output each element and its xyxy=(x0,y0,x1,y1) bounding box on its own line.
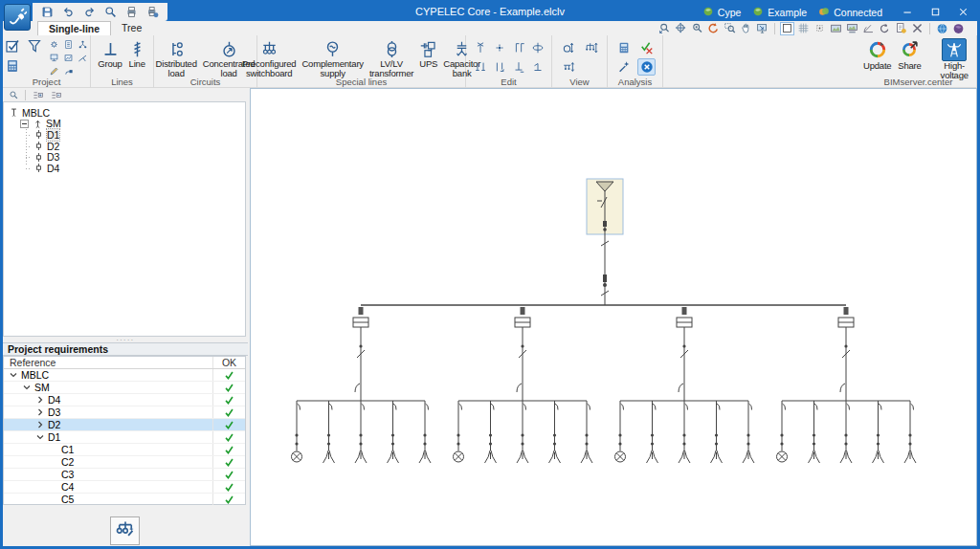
edit-forks-icon[interactable] xyxy=(471,58,489,76)
pan-icon[interactable] xyxy=(739,22,753,35)
view-zoom-tree-icon[interactable] xyxy=(582,39,600,56)
doc-icon[interactable] xyxy=(62,38,76,51)
view-zoom-object-icon[interactable] xyxy=(559,39,577,56)
edit-pin-icon[interactable] xyxy=(490,58,508,76)
monitor-icon[interactable] xyxy=(48,52,61,64)
edit-ground-icon[interactable] xyxy=(509,58,527,76)
tree-expander-icon[interactable] xyxy=(20,120,29,128)
pencil-icon[interactable] xyxy=(48,65,61,77)
titlebar-item-cype[interactable]: Cype xyxy=(702,6,742,19)
tools-x-icon[interactable] xyxy=(910,22,924,35)
zoom-object-icon[interactable] xyxy=(690,22,704,35)
redraw-icon[interactable] xyxy=(706,22,721,35)
requirements-row-c4[interactable]: C4 xyxy=(4,481,245,494)
edit-pins-icon[interactable] xyxy=(509,39,527,56)
requirements-row-d2[interactable]: D2 xyxy=(4,419,245,431)
tree-item-mblc[interactable]: MBLC xyxy=(4,107,245,119)
zoom-extents-icon[interactable] xyxy=(674,22,688,35)
rotate-icon[interactable] xyxy=(878,22,892,35)
titlebar-item-connected[interactable]: Connected xyxy=(818,6,882,19)
wand-icon[interactable] xyxy=(614,58,633,76)
snap-icon[interactable] xyxy=(813,22,827,35)
requirements-row-c2[interactable]: C2 xyxy=(4,456,245,469)
requirements-row-d3[interactable]: D3 xyxy=(4,406,245,419)
edit-tee-icon[interactable] xyxy=(528,58,546,76)
img-icon[interactable] xyxy=(62,52,76,64)
net-icon[interactable] xyxy=(77,38,90,51)
funnel-icon[interactable] xyxy=(25,37,43,55)
expander-open-icon[interactable] xyxy=(23,384,31,391)
requirements-row-c3[interactable]: C3 xyxy=(4,469,245,481)
image-label-icon[interactable] xyxy=(845,22,859,35)
protractor-icon[interactable] xyxy=(861,22,876,35)
tree-expand-icon[interactable] xyxy=(31,89,44,101)
tree-item-sm[interactable]: SM xyxy=(4,119,245,130)
node-switch-icon xyxy=(33,152,44,163)
tasks-check-icon[interactable] xyxy=(3,37,21,55)
ribbon-button-lv-lv-transformer[interactable]: LV/LV transformer xyxy=(367,36,416,80)
tab-single-line[interactable]: Single-line xyxy=(37,21,111,35)
column-reference[interactable]: Reference xyxy=(4,357,212,368)
calculator-icon[interactable] xyxy=(614,39,633,56)
edit-terminal-icon[interactable] xyxy=(471,39,489,56)
view-zoom-bus-icon[interactable] xyxy=(559,58,577,76)
tree-item-d4[interactable]: D4 xyxy=(4,163,245,174)
sheet-icon[interactable] xyxy=(894,22,908,35)
ribbon-button-group[interactable]: Group xyxy=(95,36,124,71)
tree-item-d3[interactable]: D3 xyxy=(4,151,245,163)
tree-item-d2[interactable]: D2 xyxy=(4,141,245,152)
requirements-row-mblc[interactable]: MBLC xyxy=(4,369,245,382)
requirements-row-d1[interactable]: D1 xyxy=(4,431,245,444)
cancel-icon[interactable] xyxy=(637,58,656,76)
ribbon-button-high-voltage[interactable]: High-voltage xyxy=(932,36,976,82)
ribbon-button-update[interactable]: Update xyxy=(860,36,894,73)
edit-spark-icon[interactable] xyxy=(490,39,508,56)
requirements-row-c5[interactable]: C5 xyxy=(4,494,245,506)
bim-update-icon xyxy=(865,38,890,61)
drawing-canvas[interactable] xyxy=(250,88,977,546)
node-root-icon xyxy=(8,107,19,118)
titlebar-item-example[interactable]: Example xyxy=(752,6,807,19)
ribbon-button-share[interactable]: Share xyxy=(894,36,924,73)
requirements-row-sm[interactable]: SM xyxy=(4,382,245,394)
grid-icon[interactable] xyxy=(796,22,811,35)
globe-blue-icon[interactable] xyxy=(935,22,949,35)
edit-loop-icon[interactable] xyxy=(528,39,546,56)
frame-icon[interactable] xyxy=(780,22,794,35)
ups-icon xyxy=(419,38,437,59)
expander-open-icon[interactable] xyxy=(36,433,44,441)
ribbon-button-complementary-supply[interactable]: Complementary supply xyxy=(299,36,366,80)
top-right-toolbar xyxy=(657,21,966,35)
expander-closed-icon[interactable] xyxy=(36,396,44,404)
zoom-window-icon[interactable] xyxy=(723,22,737,35)
tab-tree[interactable]: Tree xyxy=(111,21,152,35)
app-logo-plug-icon[interactable] xyxy=(4,4,31,31)
tree-item-d1[interactable]: D1 xyxy=(4,129,245,141)
column-ok[interactable]: OK xyxy=(212,357,245,368)
close-button[interactable] xyxy=(949,3,977,21)
gear-icon[interactable] xyxy=(48,38,61,51)
ribbon-button-preconfigured-switchboard[interactable]: Preconfigured switchboard xyxy=(239,36,300,80)
plugpen-icon[interactable] xyxy=(62,65,76,77)
requirements-row-d4[interactable]: D4 xyxy=(4,394,245,406)
expander-closed-icon[interactable] xyxy=(36,408,44,416)
full-screen-icon[interactable] xyxy=(755,22,769,35)
tree-collapse-icon[interactable] xyxy=(49,89,62,101)
ribbon-button-ups[interactable]: UPS xyxy=(416,36,440,71)
zoom-prev-icon[interactable] xyxy=(657,22,672,35)
requirements-row-c1[interactable]: C1 xyxy=(4,444,245,456)
expander-open-icon[interactable] xyxy=(10,371,17,379)
generate-diagram-button[interactable] xyxy=(110,516,140,545)
ribbon-button-line[interactable]: Line xyxy=(125,36,149,71)
minimize-button[interactable] xyxy=(894,3,922,21)
calculator-icon[interactable] xyxy=(3,57,21,75)
image-icon[interactable] xyxy=(829,22,843,35)
ribbon-button-distributed-load[interactable]: Distributed load xyxy=(153,36,200,80)
panel-search-icon[interactable] xyxy=(7,89,20,101)
expander-closed-icon[interactable] xyxy=(36,421,44,428)
check-x-icon[interactable] xyxy=(637,39,656,56)
maximize-button[interactable] xyxy=(922,3,949,21)
ramp-icon[interactable] xyxy=(77,52,90,64)
preconfigured-switchboard-icon xyxy=(260,38,278,59)
globe-purple-icon[interactable] xyxy=(951,22,966,35)
